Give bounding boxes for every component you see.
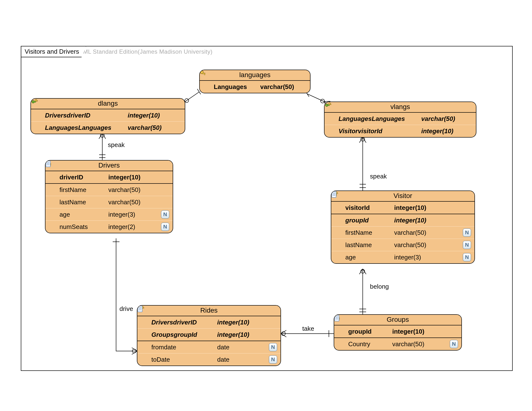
attribute-row: driverIDinteger(10) bbox=[46, 171, 173, 183]
nullable-badge: N bbox=[161, 210, 169, 219]
column-icon bbox=[140, 344, 148, 351]
attribute-name: LanguagesLanguages bbox=[45, 124, 125, 131]
entity-title: Visitor bbox=[331, 191, 475, 202]
attribute-name: age bbox=[59, 211, 105, 218]
attribute-name: DriversdriverID bbox=[45, 112, 125, 119]
attribute-type: integer(3) bbox=[394, 254, 445, 261]
column-icon bbox=[48, 186, 56, 193]
entity-title: languages bbox=[200, 70, 310, 81]
foreign-key-icon bbox=[34, 112, 41, 119]
attribute-row: LanguagesLanguagesvarchar(50) bbox=[324, 113, 476, 125]
nullable-badge: N bbox=[463, 253, 471, 261]
primary-key-icon bbox=[48, 174, 56, 181]
relation-label-drive: drive bbox=[119, 305, 133, 313]
attribute-type: integer(3) bbox=[108, 211, 157, 218]
attribute-name: driverID bbox=[59, 174, 105, 181]
primary-key-icon bbox=[334, 204, 342, 211]
relation-label-speak: speak bbox=[370, 173, 387, 180]
attribute-type: integer(10) bbox=[394, 204, 445, 212]
entity-title: Rides bbox=[137, 306, 281, 316]
entity-title: Groups bbox=[334, 315, 461, 325]
relation-label-take: take bbox=[302, 325, 314, 332]
attribute-row: firstNamevarchar(50) bbox=[46, 183, 173, 196]
foreign-key-icon bbox=[327, 127, 335, 135]
attribute-name: Languages bbox=[214, 83, 257, 91]
attribute-type: date bbox=[217, 356, 263, 363]
nullable-badge: N bbox=[161, 223, 169, 231]
entity-title: dlangs bbox=[31, 99, 185, 109]
nullable-badge: N bbox=[463, 228, 471, 237]
attribute-name: VisitorvisitorId bbox=[339, 127, 418, 135]
attribute-name: Country bbox=[348, 340, 389, 348]
attribute-name: lastName bbox=[59, 198, 105, 206]
foreign-key-icon bbox=[334, 217, 342, 224]
attribute-type: integer(10) bbox=[421, 127, 470, 135]
attribute-type: date bbox=[217, 344, 263, 351]
attribute-row: LanguagesLanguagesvarchar(50) bbox=[31, 121, 185, 134]
attribute-row: GroupsgroupIdinteger(10) bbox=[137, 328, 281, 341]
column-icon bbox=[337, 340, 344, 348]
attribute-row: DriversdriverIDinteger(10) bbox=[137, 316, 281, 328]
attribute-row: DriversdriverIDinteger(10) bbox=[31, 109, 185, 121]
entity-groups[interactable]: Groups groupIdinteger(10) Countryvarchar… bbox=[334, 314, 462, 351]
erd-page: Visual Paradigm for UML Standard Edition… bbox=[0, 0, 532, 411]
column-icon bbox=[140, 356, 148, 363]
column-icon bbox=[48, 198, 56, 206]
attribute-row: Countryvarchar(50)N bbox=[334, 337, 461, 350]
attribute-type: integer(10) bbox=[217, 331, 263, 338]
entity-drivers[interactable]: Drivers driverIDinteger(10) firstNamevar… bbox=[45, 160, 173, 233]
attribute-name: GroupsgroupId bbox=[151, 331, 214, 338]
relation-label-belong: belong bbox=[370, 283, 389, 290]
primary-key-icon bbox=[337, 328, 344, 335]
attribute-name: groupId bbox=[348, 328, 389, 335]
attribute-name: fromdate bbox=[151, 344, 214, 351]
column-icon bbox=[334, 229, 342, 236]
attribute-type: varchar(50) bbox=[392, 340, 443, 348]
attribute-type: integer(10) bbox=[394, 217, 445, 224]
foreign-key-icon bbox=[140, 319, 148, 326]
attribute-row: toDatedateN bbox=[137, 353, 281, 365]
attribute-row: firstNamevarchar(50)N bbox=[331, 226, 475, 239]
entity-title: vlangs bbox=[324, 102, 476, 113]
entity-vlangs[interactable]: vlangs LanguagesLanguagesvarchar(50) Vis… bbox=[324, 102, 476, 138]
nullable-badge: N bbox=[450, 340, 458, 348]
attribute-row: lastNamevarchar(50)N bbox=[331, 239, 475, 251]
entity-languages[interactable]: languages Languagesvarchar(50) bbox=[199, 70, 311, 93]
relation-label-speak: speak bbox=[108, 141, 124, 149]
nullable-badge: N bbox=[463, 241, 471, 249]
entity-dlangs[interactable]: dlangs DriversdriverIDinteger(10) Langua… bbox=[30, 98, 185, 134]
attribute-type: varchar(50) bbox=[108, 198, 157, 206]
nullable-badge: N bbox=[269, 343, 277, 351]
foreign-key-icon bbox=[34, 124, 41, 131]
foreign-key-icon bbox=[140, 331, 148, 338]
column-icon bbox=[334, 254, 342, 261]
attribute-row: groupIdinteger(10) bbox=[334, 325, 461, 337]
entity-visitor[interactable]: Visitor visitorIdinteger(10) groupIdinte… bbox=[331, 190, 475, 264]
attribute-row: ageinteger(3)N bbox=[46, 208, 173, 221]
attribute-type: varchar(50) bbox=[421, 115, 470, 122]
attribute-name: visitorId bbox=[345, 204, 391, 212]
attribute-type: varchar(50) bbox=[394, 229, 445, 236]
foreign-key-icon bbox=[327, 115, 335, 122]
attribute-name: LanguagesLanguages bbox=[339, 115, 418, 122]
attribute-name: firstName bbox=[59, 186, 105, 194]
attribute-row: visitorIdinteger(10) bbox=[331, 202, 475, 214]
entity-rides[interactable]: Rides DriversdriverIDinteger(10) Groupsg… bbox=[137, 305, 281, 366]
attribute-name: firstName bbox=[345, 229, 391, 236]
attribute-name: groupId bbox=[345, 217, 391, 224]
attribute-row: Languagesvarchar(50) bbox=[200, 81, 310, 93]
column-icon bbox=[48, 223, 56, 230]
attribute-row: ageinteger(3)N bbox=[331, 251, 475, 263]
attribute-type: varchar(50) bbox=[128, 124, 176, 131]
diagram-frame-title: Visitors and Drivers bbox=[21, 46, 86, 57]
attribute-row: groupIdinteger(10) bbox=[331, 214, 475, 226]
column-icon bbox=[334, 241, 342, 249]
entity-title: Drivers bbox=[46, 160, 173, 171]
attribute-row: fromdatedateN bbox=[137, 341, 281, 353]
attribute-name: numSeats bbox=[59, 223, 105, 231]
attribute-row: numSeatsinteger(2)N bbox=[46, 221, 173, 233]
attribute-type: integer(10) bbox=[108, 174, 157, 181]
attribute-name: age bbox=[345, 254, 391, 261]
attribute-type: integer(10) bbox=[217, 319, 263, 326]
attribute-name: toDate bbox=[151, 356, 214, 363]
